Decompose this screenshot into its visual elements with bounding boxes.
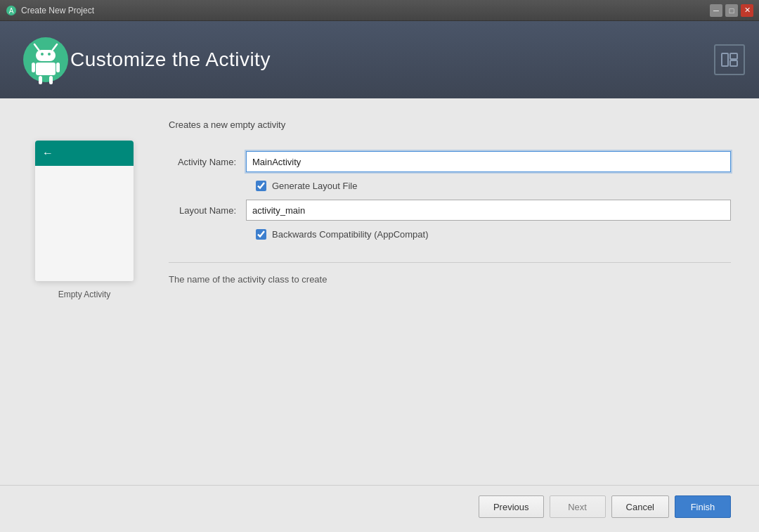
- close-button[interactable]: ✕: [741, 4, 753, 17]
- layout-name-row: Layout Name:: [169, 200, 731, 221]
- preview-panel: ← Empty Activity: [28, 119, 141, 464]
- window-title: Create New Project: [21, 6, 710, 15]
- svg-rect-12: [49, 76, 53, 84]
- layout-icon: [721, 53, 738, 67]
- phone-top-bar: ←: [35, 141, 134, 166]
- window-controls: ─ □ ✕: [710, 4, 753, 17]
- minimize-button[interactable]: ─: [710, 4, 722, 17]
- layout-name-label: Layout Name:: [169, 205, 246, 216]
- phone-preview: ←: [35, 141, 134, 281]
- backwards-compat-label: Backwards Compatibility (AppCompat): [272, 229, 429, 240]
- activity-name-input[interactable]: [246, 151, 731, 172]
- svg-point-6: [41, 53, 44, 56]
- android-logo: [21, 35, 70, 84]
- form-description: Creates a new empty activity: [169, 119, 731, 130]
- header: Customize the Activity: [0, 21, 759, 98]
- svg-rect-10: [56, 63, 60, 72]
- layout-name-input[interactable]: [246, 200, 731, 221]
- page-title: Customize the Activity: [70, 48, 271, 71]
- maximize-button[interactable]: □: [725, 4, 738, 17]
- activity-name-row: Activity Name:: [169, 151, 731, 172]
- svg-rect-11: [39, 76, 42, 84]
- footer: Previous Next Cancel Finish: [0, 485, 759, 532]
- generate-layout-label: Generate Layout File: [272, 181, 357, 191]
- title-bar: A Create New Project ─ □ ✕: [0, 0, 759, 21]
- svg-rect-13: [722, 53, 728, 66]
- finish-button[interactable]: Finish: [675, 495, 731, 518]
- svg-rect-8: [36, 63, 56, 75]
- cancel-button[interactable]: Cancel: [611, 495, 669, 518]
- backwards-compat-checkbox[interactable]: [256, 229, 266, 240]
- phone-body: [35, 166, 134, 281]
- main-content: ← Empty Activity Creates a new empty act…: [0, 98, 759, 485]
- previous-button[interactable]: Previous: [479, 495, 544, 518]
- app-icon: A: [6, 5, 17, 16]
- svg-point-7: [48, 53, 51, 56]
- svg-rect-15: [730, 60, 737, 66]
- svg-rect-9: [32, 63, 35, 72]
- backwards-compat-row: Backwards Compatibility (AppCompat): [256, 229, 731, 240]
- activity-name-label: Activity Name:: [169, 157, 246, 167]
- svg-text:A: A: [9, 7, 14, 15]
- generate-layout-checkbox[interactable]: [256, 181, 266, 191]
- help-text: The name of the activity class to create: [169, 274, 731, 285]
- next-button[interactable]: Next: [550, 495, 606, 518]
- svg-rect-14: [730, 53, 737, 59]
- layout-toggle-button[interactable]: [714, 44, 745, 75]
- preview-label: Empty Activity: [58, 290, 111, 299]
- back-arrow-icon: ←: [42, 147, 53, 160]
- content-area: ← Empty Activity Creates a new empty act…: [28, 119, 731, 464]
- generate-layout-row: Generate Layout File: [256, 181, 731, 191]
- form-divider: [169, 262, 731, 263]
- form-panel: Creates a new empty activity Activity Na…: [169, 119, 731, 464]
- svg-rect-5: [36, 50, 56, 61]
